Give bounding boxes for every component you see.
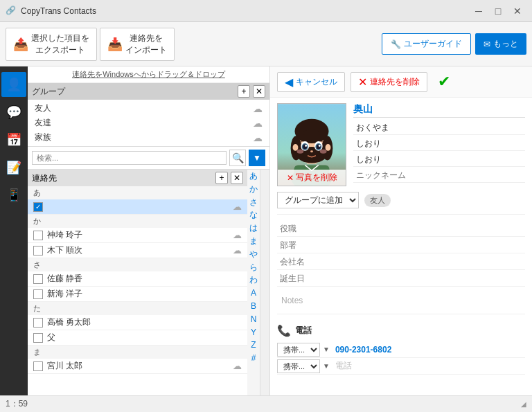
back-icon: ◀ xyxy=(285,75,293,89)
company-field[interactable] xyxy=(277,255,525,269)
phone-type-select-2[interactable]: 携帯... xyxy=(277,359,320,373)
contact-row[interactable]: ✓ ☁ xyxy=(28,199,247,215)
close-button[interactable]: ✕ xyxy=(508,4,526,18)
contacts-list-section: 連絡先 + ✕ あ ✓ ☁ か 神埼 玲子 ☁ xyxy=(28,170,269,395)
detail-toolbar: ◀ キャンセル ✕ 連絡先を削除 ✔ xyxy=(270,66,532,98)
sidebar-device-icon[interactable]: 📱 xyxy=(1,183,26,208)
contact-row[interactable]: 神埼 玲子 ☁ xyxy=(28,228,247,243)
export-label: 選択した項目を エクスポート xyxy=(31,33,89,56)
export-icon: 📤 xyxy=(13,37,28,52)
main-layout: 👤 💬 📅 📝 📱 連絡先をWindowsへからドラッグ＆ドロップ グループ +… xyxy=(0,66,532,395)
contact-checkbox[interactable]: ✓ xyxy=(33,202,43,212)
confirm-button[interactable]: ✔ xyxy=(433,71,455,93)
contact-row[interactable]: 父 xyxy=(28,330,247,346)
search-input[interactable] xyxy=(32,151,227,165)
maximize-button[interactable]: □ xyxy=(489,4,507,18)
more-button[interactable]: ✉ もっと xyxy=(475,33,526,55)
svg-point-20 xyxy=(296,150,303,154)
search-button[interactable]: 🔍 xyxy=(229,150,246,166)
export-button[interactable]: 📤 選択した項目を エクスポート xyxy=(6,28,97,61)
remove-contact-button[interactable]: ✕ xyxy=(231,172,243,184)
contacts-list-header: 連絡先 + ✕ xyxy=(28,170,247,186)
cloud-icon: ☁ xyxy=(233,361,242,371)
groups-section: グループ + ✕ 友人 ☁ 友達 ☁ 家族 ☁ xyxy=(28,83,269,147)
group-item[interactable]: 友人 ☁ xyxy=(28,101,269,116)
status-time: 1：59 xyxy=(6,398,28,410)
delete-contact-button[interactable]: ✕ 連絡先を削除 xyxy=(351,72,427,92)
group-item[interactable]: 友達 ☁ xyxy=(28,116,269,130)
role-field-row xyxy=(277,220,525,237)
phone-value-2: 電話 xyxy=(332,358,525,374)
sidebar-contacts-icon[interactable]: 👤 xyxy=(1,72,26,97)
sidebar-calendar-icon[interactable]: 📅 xyxy=(1,127,26,152)
contact-detail: ✕ 写真を削除 奥山 グループに追加 友人 xyxy=(270,98,532,320)
cloud-icon: ☁ xyxy=(233,245,242,256)
add-to-group-row: グループに追加 友人 xyxy=(277,192,525,215)
cancel-button[interactable]: ◀ キャンセル xyxy=(277,72,345,92)
contact-row[interactable]: 佐藤 静香 xyxy=(28,271,247,287)
scrollbar[interactable] xyxy=(260,170,269,395)
form-fields: Notes xyxy=(277,220,525,314)
cloud-icon: ☁ xyxy=(253,132,263,143)
add-contact-button[interactable]: + xyxy=(215,172,228,184)
contact-checkbox[interactable] xyxy=(33,289,43,299)
role-field[interactable] xyxy=(277,222,525,235)
status-bar: 1：59 ◢ xyxy=(0,395,532,412)
contact-row[interactable]: 木下 順次 ☁ xyxy=(28,243,247,258)
contact-checkbox[interactable] xyxy=(33,333,43,343)
guide-icon: 🔧 xyxy=(391,39,401,49)
contact-row[interactable]: 新海 洋子 xyxy=(28,287,247,302)
name-reading-field[interactable] xyxy=(353,120,525,135)
resize-handle[interactable]: ◢ xyxy=(521,400,526,408)
first-name-reading-field[interactable] xyxy=(353,152,525,167)
svg-point-18 xyxy=(319,145,321,147)
guide-button[interactable]: 🔧 ユーザーガイド xyxy=(382,33,471,55)
contact-checkbox[interactable] xyxy=(33,274,43,284)
phone-row: 携帯... ▼ 電話 xyxy=(277,358,525,375)
phone-chevron-icon: ▼ xyxy=(323,346,330,353)
minimize-button[interactable]: ─ xyxy=(470,4,488,18)
contacts-list: 連絡先 + ✕ あ ✓ ☁ か 神埼 玲子 ☁ xyxy=(28,170,247,395)
remove-group-button[interactable]: ✕ xyxy=(253,85,265,98)
contact-group-label: ま xyxy=(28,346,247,359)
drag-hint: 連絡先をWindowsへからドラッグ＆ドロップ xyxy=(28,66,269,83)
first-name-field[interactable] xyxy=(353,136,525,151)
svg-point-21 xyxy=(320,150,327,154)
import-button[interactable]: 📥 連絡先を インポート xyxy=(100,28,175,61)
contact-name: 新海 洋子 xyxy=(47,288,242,300)
add-group-button[interactable]: + xyxy=(238,85,250,98)
filter-button[interactable]: ▼ xyxy=(249,150,265,166)
svg-point-8 xyxy=(296,147,326,163)
svg-point-17 xyxy=(305,145,307,147)
sidebar-notes-icon[interactable]: 📝 xyxy=(1,155,26,180)
delete-icon: ✕ xyxy=(358,75,367,89)
detail-panel: ◀ キャンセル ✕ 連絡先を削除 ✔ xyxy=(270,66,532,395)
svg-point-19 xyxy=(310,150,313,152)
nickname-field[interactable] xyxy=(353,168,525,183)
app-title: CopyTrans Contacts xyxy=(21,6,470,16)
phone-type-select-1[interactable]: 携帯... xyxy=(277,343,320,357)
group-item[interactable]: 家族 ☁ xyxy=(28,130,269,145)
contact-row[interactable]: 宮川 太郎 ☁ xyxy=(28,359,247,374)
contact-checkbox[interactable] xyxy=(33,246,43,256)
photo-delete-button[interactable]: ✕ 写真を削除 xyxy=(278,170,346,186)
birthday-field[interactable] xyxy=(277,271,525,285)
group-tag: 友人 xyxy=(364,194,391,207)
contact-checkbox[interactable] xyxy=(33,318,43,328)
contact-name: 神埼 玲子 xyxy=(47,229,233,241)
phone-section-header: 📞 電話 xyxy=(277,324,525,337)
add-to-group-select[interactable]: グループに追加 xyxy=(277,192,359,208)
contact-checkbox[interactable] xyxy=(33,361,43,371)
cloud-icon: ☁ xyxy=(233,230,242,240)
search-bar: 🔍 ▼ xyxy=(28,147,269,170)
contact-main-name: 奥山 xyxy=(353,103,525,118)
contact-row[interactable]: 高橋 勇太郎 xyxy=(28,315,247,330)
department-field[interactable] xyxy=(277,238,525,252)
cloud-icon: ☁ xyxy=(233,201,242,212)
sidebar-messages-icon[interactable]: 💬 xyxy=(1,100,26,125)
groups-header: グループ + ✕ xyxy=(28,83,269,100)
contacts-header-title: 連絡先 xyxy=(32,172,213,184)
contact-group-label: た xyxy=(28,302,247,315)
contact-checkbox[interactable] xyxy=(33,231,43,240)
contact-name: 父 xyxy=(47,332,242,343)
